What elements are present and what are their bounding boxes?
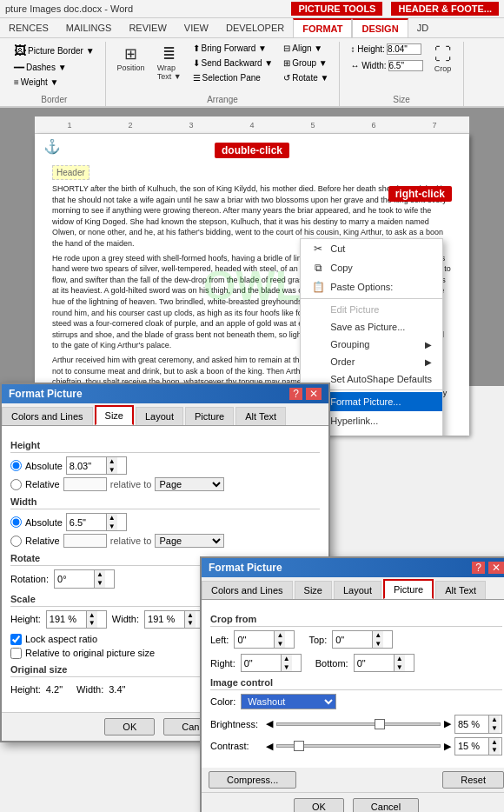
dialog2-close-button[interactable]: ✕: [488, 562, 504, 574]
picture-border-button[interactable]: 🖼 Picture Border ▼: [10, 42, 98, 59]
crop-left-input[interactable]: ▲ ▼: [234, 630, 295, 649]
brightness-right-arrow[interactable]: ▶: [444, 718, 451, 729]
brightness-value[interactable]: [455, 718, 488, 730]
contrast-value[interactable]: [455, 740, 488, 752]
group-button[interactable]: ⊞ Group ▼: [280, 57, 332, 70]
brightness-left-arrow[interactable]: ◀: [266, 718, 273, 729]
scale-width-input[interactable]: ▲ ▼: [144, 610, 205, 629]
contrast-input[interactable]: ▲ ▼: [454, 737, 502, 755]
dialog2-tab-layout[interactable]: Layout: [334, 581, 381, 599]
dialog1-tab-layout[interactable]: Layout: [136, 407, 183, 425]
crop-right-input[interactable]: ▲ ▼: [241, 654, 302, 672]
dialog1-tab-picture[interactable]: Picture: [185, 407, 234, 425]
crop-top-input[interactable]: ▲ ▼: [332, 630, 393, 649]
lock-aspect-checkbox[interactable]: [10, 634, 22, 645]
crop-top-value[interactable]: [333, 634, 372, 646]
tab-design[interactable]: DESIGN: [352, 18, 408, 37]
crop-bottom-input[interactable]: ▲ ▼: [354, 654, 414, 672]
width-field[interactable]: [388, 60, 423, 71]
tab-developer[interactable]: DEVELOPER: [217, 19, 293, 37]
width-relative-radio[interactable]: [10, 536, 22, 547]
crop-right-down[interactable]: ▼: [282, 663, 292, 672]
width-relative-to-select[interactable]: Page: [155, 534, 224, 548]
ctx-grouping[interactable]: Grouping ▶: [301, 336, 442, 353]
crop-left-up[interactable]: ▲: [275, 631, 285, 640]
dialog2-help-button[interactable]: ?: [472, 562, 485, 574]
tab-format[interactable]: FORMAT: [293, 18, 352, 37]
weight-button[interactable]: ≡ Weight ▼: [10, 76, 62, 89]
picture-tools-tab[interactable]: PICTURE TOOLS: [291, 2, 382, 16]
compress-button[interactable]: Compress...: [209, 771, 296, 789]
tab-jd[interactable]: JD: [408, 19, 437, 37]
dialog2-tab-picture[interactable]: Picture: [383, 579, 434, 599]
relative-original-checkbox[interactable]: [10, 648, 22, 659]
tab-mailings[interactable]: MAILINGS: [57, 19, 121, 37]
scale-width-up[interactable]: ▲: [185, 611, 196, 620]
align-button[interactable]: ⊟ Align ▼: [280, 42, 332, 55]
ctx-copy[interactable]: ⧉ Copy: [301, 258, 442, 277]
crop-right-value[interactable]: [242, 657, 281, 669]
dialog1-tab-size[interactable]: Size: [95, 405, 134, 425]
scale-height-value[interactable]: [47, 613, 86, 625]
crop-bottom-value[interactable]: [355, 657, 394, 669]
scale-height-down[interactable]: ▼: [87, 619, 97, 628]
contrast-thumb[interactable]: [294, 741, 304, 751]
send-backward-button[interactable]: ⬇ Send Backward ▼: [189, 57, 277, 70]
bring-forward-button[interactable]: ⬆ Bring Forward ▼: [189, 42, 277, 55]
dialog2-ok-button[interactable]: OK: [294, 798, 344, 812]
contrast-up[interactable]: ▲: [489, 738, 500, 747]
height-relative-radio[interactable]: [10, 479, 22, 490]
dialog2-tab-alttext[interactable]: Alt Text: [435, 581, 486, 599]
ctx-cut[interactable]: ✂ Cut: [301, 239, 442, 258]
crop-top-up[interactable]: ▲: [373, 631, 383, 640]
crop-left-value[interactable]: [235, 634, 274, 646]
contrast-down[interactable]: ▼: [489, 746, 500, 755]
height-absolute-value[interactable]: [67, 460, 106, 472]
height-field[interactable]: [387, 43, 421, 55]
tab-view[interactable]: VIEW: [176, 19, 217, 37]
scale-width-value[interactable]: [145, 613, 184, 625]
brightness-up[interactable]: ▲: [489, 715, 500, 724]
height-absolute-radio[interactable]: [10, 460, 22, 471]
dialog1-close-button[interactable]: ✕: [306, 388, 322, 400]
scale-width-down[interactable]: ▼: [185, 619, 196, 628]
brightness-thumb[interactable]: [375, 719, 385, 729]
ctx-order[interactable]: Order ▶: [301, 353, 442, 370]
dialog1-ok-button[interactable]: OK: [104, 718, 155, 735]
reset-button-2[interactable]: Reset: [442, 771, 504, 789]
contrast-left-arrow[interactable]: ◀: [266, 741, 273, 752]
selection-pane-button[interactable]: ☰ Selection Pane: [189, 71, 277, 84]
brightness-down[interactable]: ▼: [489, 724, 500, 733]
scale-height-up[interactable]: ▲: [87, 611, 97, 620]
rotation-input[interactable]: ▲ ▼: [54, 569, 115, 588]
tab-references[interactable]: RENCES: [0, 19, 57, 37]
dialog2-tab-size[interactable]: Size: [295, 581, 332, 599]
color-select[interactable]: Washout Automatic Grayscale Black & Whit…: [241, 694, 336, 709]
dialog2-cancel-button[interactable]: Cancel: [353, 798, 419, 812]
dashes-button[interactable]: ━━ Dashes ▼: [10, 61, 70, 74]
crop-button[interactable]: ⛶ Crop: [430, 42, 456, 76]
height-absolute-input[interactable]: ▲ ▼: [66, 456, 127, 475]
brightness-input[interactable]: ▲ ▼: [454, 715, 502, 733]
dialog1-tab-colors[interactable]: Colors and Lines: [2, 407, 93, 425]
wrap-text-button[interactable]: ≣ WrapText ▼: [153, 42, 186, 83]
crop-bottom-up[interactable]: ▲: [395, 655, 405, 663]
crop-bottom-down[interactable]: ▼: [395, 663, 405, 672]
rotation-value[interactable]: [55, 573, 94, 585]
height-spin-up[interactable]: ▲: [107, 457, 117, 466]
width-absolute-radio[interactable]: [10, 516, 22, 528]
scale-height-input[interactable]: ▲ ▼: [46, 610, 107, 629]
contrast-right-arrow[interactable]: ▶: [444, 741, 451, 752]
rotation-spin-down[interactable]: ▼: [95, 579, 105, 588]
crop-right-up[interactable]: ▲: [282, 655, 292, 663]
dialog1-help-button[interactable]: ?: [289, 388, 302, 400]
width-spin-down[interactable]: ▼: [107, 522, 117, 531]
rotate-button[interactable]: ↺ Rotate ▼: [280, 71, 332, 84]
ctx-paste[interactable]: 📋 Paste Options:: [301, 277, 442, 296]
height-spin-down[interactable]: ▼: [107, 466, 117, 475]
crop-top-down[interactable]: ▼: [373, 640, 383, 649]
crop-left-down[interactable]: ▼: [275, 640, 285, 649]
dialog1-tab-alttext[interactable]: Alt Text: [235, 407, 286, 425]
width-absolute-value[interactable]: [67, 516, 106, 529]
width-absolute-input[interactable]: ▲ ▼: [66, 513, 127, 531]
